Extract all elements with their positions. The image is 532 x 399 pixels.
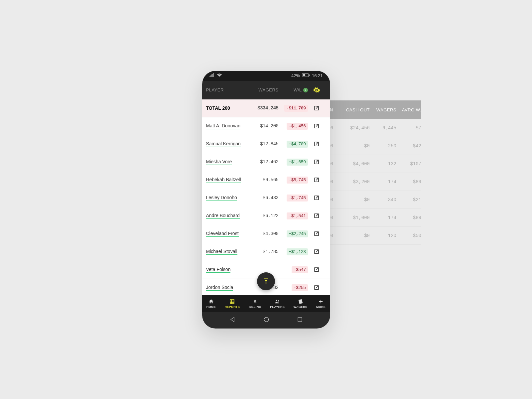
column-wagers-ext: WAGERS bbox=[370, 107, 396, 112]
wl-value: -$1,745 bbox=[287, 195, 308, 201]
android-back-button[interactable] bbox=[229, 316, 236, 324]
square-icon bbox=[297, 317, 303, 323]
table-row[interactable]: Cleveland Frost$4,300+$2,245 bbox=[202, 225, 330, 243]
total-label: TOTAL 200 bbox=[206, 105, 230, 111]
nav-billing[interactable]: $ BILLING bbox=[249, 299, 261, 309]
nav-home[interactable]: HOME bbox=[206, 299, 216, 309]
wagers-value: $1,785 bbox=[252, 249, 279, 254]
row-open-button[interactable] bbox=[308, 195, 325, 201]
player-name-link[interactable]: Michael Stovall bbox=[206, 249, 237, 255]
signal-icon bbox=[209, 73, 215, 78]
player-name-link[interactable]: Veta Folson bbox=[206, 267, 231, 273]
cash-out-value: $4,000 bbox=[333, 161, 370, 167]
table-header: PLAYER WAGERS W/L i bbox=[202, 81, 330, 99]
column-player[interactable]: PLAYER bbox=[205, 87, 252, 92]
row-open-button[interactable] bbox=[308, 212, 325, 219]
nav-players[interactable]: PLAYERS bbox=[270, 299, 285, 309]
column-wagers[interactable]: WAGERS bbox=[252, 87, 279, 92]
row-open-button[interactable] bbox=[308, 123, 325, 129]
open-external-icon bbox=[313, 141, 320, 147]
wagers-ext-value: 250 bbox=[370, 143, 396, 149]
wl-value: +$1,123 bbox=[287, 248, 308, 255]
home-icon bbox=[208, 299, 214, 305]
avrg-value: $107 bbox=[396, 161, 421, 167]
table-row[interactable]: Matt A. Donovan$14,200-$1,456 bbox=[202, 117, 330, 135]
row-open-button[interactable] bbox=[308, 248, 325, 255]
open-external-icon bbox=[313, 212, 320, 219]
nav-reports[interactable]: REPORTS bbox=[225, 299, 240, 309]
triangle-back-icon bbox=[229, 316, 236, 323]
avrg-value: $21 bbox=[396, 197, 421, 202]
table-row[interactable]: Michael Stovall$1,785+$1,123 bbox=[202, 243, 330, 261]
settings-button[interactable] bbox=[308, 86, 325, 94]
wl-value: -$1,456 bbox=[287, 123, 308, 130]
wagers-ext-value: 174 bbox=[370, 215, 396, 220]
row-open-button[interactable] bbox=[308, 284, 325, 291]
player-name-link[interactable]: Lesley Donoho bbox=[206, 195, 237, 201]
clock-text: 16:21 bbox=[312, 73, 323, 78]
player-name-link[interactable]: Miesha Vore bbox=[206, 159, 232, 165]
avrg-value: $89 bbox=[396, 215, 421, 220]
people-icon bbox=[274, 299, 280, 305]
nav-more[interactable]: MORE bbox=[316, 299, 326, 309]
svg-rect-7 bbox=[298, 318, 302, 322]
row-open-button[interactable] bbox=[308, 230, 325, 237]
row-open-button[interactable] bbox=[308, 141, 325, 147]
table-row[interactable]: Miesha Vore$12,462+$1,659 bbox=[202, 153, 330, 171]
info-icon[interactable]: i bbox=[303, 88, 308, 92]
cash-out-value: $3,200 bbox=[333, 179, 370, 185]
svg-point-6 bbox=[264, 317, 268, 322]
player-name-link[interactable]: Cleveland Frost bbox=[206, 231, 239, 237]
open-external-icon bbox=[313, 177, 320, 183]
open-external-icon bbox=[313, 123, 320, 129]
open-external-icon bbox=[313, 284, 320, 291]
open-external-icon bbox=[313, 248, 320, 255]
scroll-to-top-button[interactable] bbox=[257, 272, 275, 290]
row-open-button[interactable] bbox=[308, 266, 325, 273]
avrg-value: $7 bbox=[396, 125, 421, 131]
cash-out-value: $24,456 bbox=[333, 125, 370, 131]
wl-value: +$4,789 bbox=[287, 141, 308, 148]
player-name-link[interactable]: Andre Bouchard bbox=[206, 213, 240, 219]
player-name-link[interactable]: Matt A. Donovan bbox=[206, 123, 241, 129]
svg-point-5 bbox=[278, 300, 279, 301]
total-wagers: $334,245 bbox=[252, 105, 279, 111]
wagers-value: $12,462 bbox=[252, 159, 279, 165]
wagers-value: $9,565 bbox=[252, 177, 279, 183]
player-name-link[interactable]: Rebekah Baltzell bbox=[206, 177, 241, 183]
wl-label: W/L bbox=[294, 87, 302, 92]
table-row[interactable]: Lesley Donoho$6,433-$1,745 bbox=[202, 189, 330, 207]
nav-wagers[interactable]: WAGERS bbox=[294, 299, 308, 309]
wagers-ext-value: 132 bbox=[370, 161, 396, 167]
android-home-button[interactable] bbox=[263, 316, 270, 324]
nav-players-label: PLAYERS bbox=[270, 305, 285, 309]
svg-rect-1 bbox=[309, 74, 310, 76]
wl-value: -$1,541 bbox=[287, 212, 308, 219]
row-open-button[interactable] bbox=[308, 159, 325, 165]
cash-out-value: $0 bbox=[333, 143, 370, 149]
wl-value: +$1,659 bbox=[287, 159, 308, 166]
wagers-ext-value: 120 bbox=[370, 233, 396, 238]
wl-value: -$547 bbox=[292, 266, 308, 273]
battery-text: 42% bbox=[291, 73, 300, 78]
nav-wagers-label: WAGERS bbox=[294, 305, 308, 309]
column-wl[interactable]: W/L i bbox=[279, 87, 308, 92]
grid-icon bbox=[229, 299, 235, 305]
player-name-link[interactable]: Jordon Socia bbox=[206, 285, 233, 291]
phone-frame: 42% 16:21 PLAYER WAGERS W/L i TOTAL 200 … bbox=[202, 71, 330, 329]
table-row[interactable]: Andre Bouchard$6,122-$1,541 bbox=[202, 207, 330, 225]
column-avrg: AVRG W. bbox=[396, 107, 421, 112]
ticket-icon bbox=[298, 299, 304, 305]
open-external-icon bbox=[313, 266, 320, 273]
total-row: TOTAL 200 $334,245 -$11,789 bbox=[202, 99, 330, 117]
total-open-button[interactable] bbox=[308, 105, 325, 111]
row-open-button[interactable] bbox=[308, 177, 325, 183]
svg-rect-2 bbox=[303, 74, 305, 76]
table-row[interactable]: Rebekah Baltzell$9,565-$5,745 bbox=[202, 171, 330, 189]
player-name-link[interactable]: Samual Kerrigan bbox=[206, 141, 241, 147]
open-external-icon bbox=[313, 105, 320, 111]
android-recent-button[interactable] bbox=[297, 317, 303, 324]
wifi-icon bbox=[217, 73, 222, 78]
table-row[interactable]: Samual Kerrigan$12,845+$4,789 bbox=[202, 135, 330, 153]
wagers-value: $12,845 bbox=[252, 141, 279, 147]
